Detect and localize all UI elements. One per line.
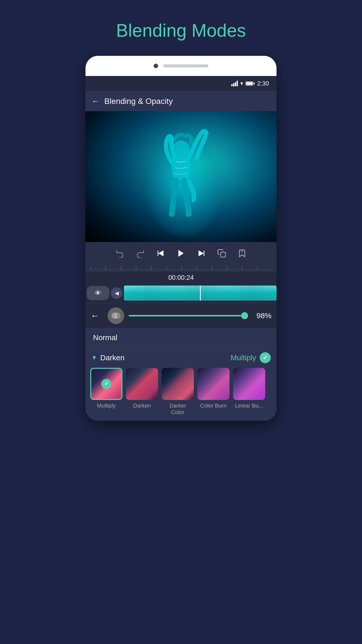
video-background <box>85 111 277 242</box>
bookmark-button[interactable] <box>238 249 247 258</box>
phone-frame: ▾ 2:30 ← Blending & Opacity <box>85 56 277 421</box>
blend-thumb-darker-color[interactable]: DarkerColor <box>162 368 194 416</box>
blend-thumb-multiply[interactable]: ✓ Multiply <box>90 368 122 416</box>
phone-top-bar <box>85 56 277 76</box>
check-icon: ✓ <box>263 354 268 361</box>
opacity-track <box>129 315 247 316</box>
undo-button[interactable] <box>115 249 124 258</box>
app-bar: ← Blending & Opacity <box>85 91 277 111</box>
blend-thumb-darker-color-img <box>162 368 194 400</box>
blend-selected-name-text: Multiply <box>231 353 256 362</box>
front-camera <box>154 64 158 68</box>
opacity-slider[interactable] <box>129 314 247 317</box>
thumb-label-color-burn: Color Burn <box>200 403 227 409</box>
blend-thumb-darken-img <box>126 368 158 400</box>
redo-button[interactable] <box>136 249 145 258</box>
thumb-label-darker-color: DarkerColor <box>169 403 186 416</box>
page-title: Blending Modes <box>116 20 246 41</box>
opacity-fill <box>129 315 245 316</box>
status-icons: ▾ 2:30 <box>231 80 269 87</box>
time-display: 00:00:24 <box>85 272 277 283</box>
blend-mode-selector[interactable]: ▼ Darken Multiply ✓ ✓ <box>85 347 277 421</box>
tool-panel: ← 98% <box>85 303 277 328</box>
status-time: 2:30 <box>257 80 269 87</box>
signal-icon <box>231 81 238 86</box>
dancer-silhouette <box>105 118 257 242</box>
blend-category-name: Darken <box>100 353 125 362</box>
blend-icon <box>111 311 121 320</box>
blend-thumb-darken[interactable]: Darken <box>126 368 158 416</box>
thumb-check-icon: ✓ <box>101 379 111 389</box>
duplicate-button[interactable] <box>217 249 226 258</box>
blend-thumb-linear-burn[interactable]: Linear Bu... <box>233 368 265 416</box>
blend-check-circle: ✓ <box>260 352 271 363</box>
blend-thumbnails-row: ✓ Multiply Darken Da <box>89 368 273 416</box>
blend-mode-current-label-container: Normal <box>85 328 277 347</box>
blend-thumb-multiply-img: ✓ <box>90 368 122 400</box>
opacity-value-label: 98% <box>251 311 272 320</box>
skip-to-start-button[interactable] <box>156 249 165 258</box>
app-bar-title: Blending & Opacity <box>104 97 173 106</box>
opacity-thumb[interactable] <box>241 312 248 319</box>
status-bar: ▾ 2:30 <box>85 76 277 91</box>
video-preview <box>85 111 277 242</box>
wifi-icon: ▾ <box>240 80 243 87</box>
play-button[interactable] <box>176 249 186 258</box>
blend-thumb-color-burn[interactable]: Color Burn <box>197 368 230 416</box>
tool-back-button[interactable]: ← <box>90 310 103 321</box>
thumb-checkmark: ✓ <box>104 381 109 387</box>
collapse-track-button[interactable]: ◀ <box>111 287 122 299</box>
eye-icon: 👁 <box>95 289 101 297</box>
category-expand-icon[interactable]: ▼ <box>91 354 97 361</box>
blend-category-header: ▼ Darken Multiply ✓ <box>89 352 273 363</box>
blend-mode-icon-button[interactable] <box>108 307 124 324</box>
svg-rect-7 <box>221 252 226 257</box>
phone-screen: ▾ 2:30 ← Blending & Opacity <box>85 76 277 421</box>
thumb-label-darken: Darken <box>133 403 151 409</box>
thumb-label-multiply: Multiply <box>97 403 116 409</box>
svg-marker-2 <box>159 251 163 256</box>
battery-icon <box>246 82 255 86</box>
svg-marker-4 <box>178 250 184 257</box>
video-track-clip[interactable] <box>124 286 277 301</box>
svg-marker-5 <box>199 251 203 256</box>
collapse-arrow-icon: ◀ <box>115 290 119 296</box>
svg-point-10 <box>114 313 120 318</box>
earpiece-speaker <box>163 64 208 67</box>
app-bar-back-button[interactable]: ← <box>92 97 99 105</box>
thumb-label-linear-burn: Linear Bu... <box>235 403 263 409</box>
blend-category-left: ▼ Darken <box>91 353 124 362</box>
visibility-toggle-button[interactable]: 👁 <box>87 286 109 300</box>
blend-thumb-color-burn-img <box>197 368 230 400</box>
playhead <box>200 286 201 301</box>
playback-controls-bar <box>85 242 277 265</box>
track-row: 👁 ◀ <box>85 283 277 303</box>
blend-selected-mode: Multiply ✓ <box>231 352 271 363</box>
blend-thumb-linear-burn-img <box>233 368 265 400</box>
blend-mode-current-text: Normal <box>93 333 117 342</box>
skip-to-end-button[interactable] <box>197 249 206 258</box>
timeline-ruler[interactable]: for(let i=0;i<120;i++){ const isMajor = … <box>85 265 277 272</box>
